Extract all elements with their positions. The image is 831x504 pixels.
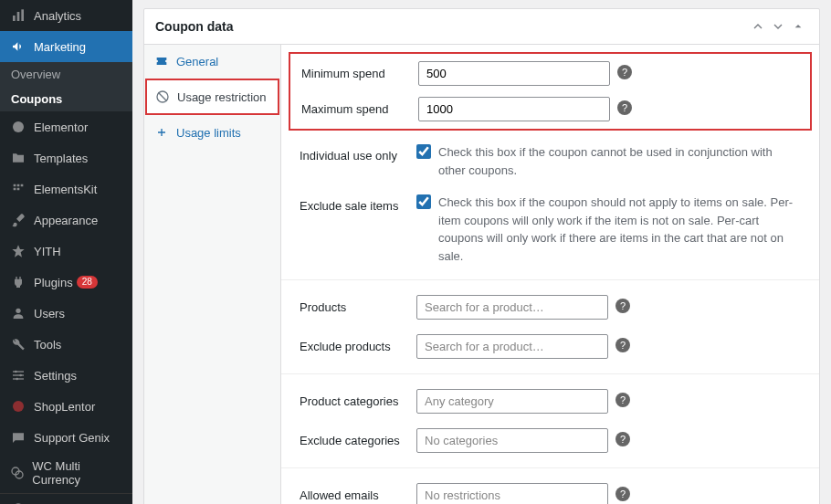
sidebar-item-marketing[interactable]: Marketing: [0, 31, 132, 62]
min-spend-label: Minimum spend: [301, 61, 418, 80]
individual-checkbox[interactable]: [416, 144, 431, 159]
product-categories-label: Product categories: [300, 389, 416, 408]
help-icon[interactable]: ?: [615, 487, 630, 501]
exclude-sale-checkbox[interactable]: [416, 194, 431, 209]
move-up-icon[interactable]: [748, 16, 768, 37]
divider: [281, 467, 819, 468]
sliders-icon: [9, 366, 27, 384]
support-icon: [9, 428, 27, 446]
megaphone-icon: [9, 37, 27, 56]
tab-label: General: [176, 55, 218, 68]
svg-point-11: [13, 401, 24, 412]
sidebar-item-plugins[interactable]: Plugins 28: [0, 267, 132, 298]
divider: [281, 279, 819, 280]
limits-icon: [153, 125, 170, 140]
help-icon[interactable]: ?: [617, 100, 632, 115]
sidebar-item-label: Templates: [34, 152, 88, 165]
sidebar-item-templates[interactable]: Templates: [0, 142, 132, 173]
sidebar-item-label: Appearance: [34, 214, 98, 227]
folder-icon: [9, 149, 27, 167]
toggle-panel-icon[interactable]: [788, 16, 808, 37]
allowed-emails-input[interactable]: [416, 483, 608, 504]
plug-icon: [9, 273, 27, 291]
sidebar-item-label: Users: [34, 307, 65, 320]
panel-header: Coupon data: [144, 9, 819, 45]
exclude-categories-label: Exclude categories: [300, 428, 416, 447]
exclude-categories-input[interactable]: [416, 428, 608, 453]
usage-restriction-form: Minimum spend ? Maximum spend ?: [281, 45, 819, 504]
sidebar-item-yith[interactable]: YITH: [0, 236, 132, 267]
help-icon[interactable]: ?: [615, 393, 630, 407]
svg-point-10: [16, 378, 18, 381]
sidebar-item-appearance[interactable]: Appearance: [0, 205, 132, 236]
sidebar-item-elementskit[interactable]: ElementsKit: [0, 173, 132, 205]
products-label: Products: [300, 295, 416, 314]
sidebar-item-tools[interactable]: Tools: [0, 329, 132, 360]
svg-rect-2: [21, 9, 24, 21]
help-icon[interactable]: ?: [617, 65, 632, 79]
submenu-coupons[interactable]: Coupons: [0, 87, 132, 111]
min-spend-input[interactable]: [418, 61, 610, 86]
panel-title: Coupon data: [155, 19, 748, 34]
wrench-icon: [9, 335, 27, 353]
coupon-tabs: General Usage restriction Usage limits: [144, 45, 281, 504]
tab-general[interactable]: General: [144, 45, 280, 78]
yith-icon: [9, 242, 27, 260]
products-input[interactable]: [416, 295, 608, 320]
sidebar-item-label: WC Multi Currency: [32, 459, 123, 487]
sidebar-item-label: ElementsKit: [34, 183, 97, 196]
admin-sidebar: Analytics Marketing Overview Coupons Ele…: [0, 0, 132, 504]
sidebar-item-elementor[interactable]: Elementor: [0, 111, 132, 142]
help-icon[interactable]: ?: [615, 338, 630, 352]
sidebar-item-users[interactable]: Users: [0, 298, 132, 329]
bar-chart-icon: [9, 6, 27, 25]
sidebar-item-label: Support Genix: [34, 431, 110, 445]
sidebar-item-label: ShopLentor: [34, 400, 95, 414]
move-down-icon[interactable]: [768, 16, 788, 37]
divider: [281, 373, 819, 374]
exclude-products-label: Exclude products: [300, 334, 416, 353]
svg-point-8: [15, 371, 17, 373]
svg-point-4: [16, 309, 20, 313]
individual-label: Individual use only: [300, 143, 416, 163]
sidebar-item-wc-multi-currency[interactable]: WC Multi Currency: [0, 453, 132, 493]
sidebar-item-analytics[interactable]: Analytics: [0, 0, 132, 31]
sidebar-item-label: Settings: [34, 369, 77, 383]
spend-highlight: Minimum spend ? Maximum spend ?: [289, 52, 812, 131]
sidebar-item-label: Plugins: [34, 276, 73, 289]
tab-usage-restriction[interactable]: Usage restriction: [145, 79, 279, 115]
shoplentor-icon: [9, 397, 27, 415]
svg-rect-6: [13, 374, 24, 375]
marketing-submenu: Overview Coupons: [0, 62, 132, 111]
exclude-sale-desc: Check this box if the coupon should not …: [438, 194, 801, 265]
product-categories-input[interactable]: [416, 389, 608, 414]
tab-usage-limits[interactable]: Usage limits: [144, 116, 280, 149]
collapse-menu[interactable]: Collapse menu: [0, 493, 132, 504]
exclude-sale-label: Exclude sale items: [300, 194, 416, 213]
svg-rect-0: [13, 16, 16, 21]
ticket-icon: [153, 54, 170, 68]
tab-label: Usage restriction: [177, 90, 267, 104]
sidebar-item-settings[interactable]: Settings: [0, 360, 132, 391]
sidebar-item-supportgenix[interactable]: Support Genix: [0, 422, 132, 453]
brush-icon: [9, 211, 27, 229]
tab-label: Usage limits: [176, 126, 241, 140]
submenu-overview[interactable]: Overview: [0, 62, 132, 87]
sidebar-item-shoplentor[interactable]: ShopLentor: [0, 391, 132, 422]
elementor-icon: [9, 118, 27, 136]
sidebar-item-label: Marketing: [34, 40, 86, 54]
collapse-icon: [9, 500, 27, 504]
svg-point-9: [19, 374, 22, 377]
block-icon: [154, 89, 171, 104]
help-icon[interactable]: ?: [615, 432, 630, 446]
user-icon: [9, 304, 27, 322]
update-badge: 28: [77, 276, 98, 289]
allowed-emails-label: Allowed emails: [300, 483, 416, 502]
max-spend-input[interactable]: [418, 97, 610, 121]
help-icon[interactable]: ?: [615, 299, 630, 313]
coupon-data-panel: Coupon data General Usage restriction: [143, 8, 820, 504]
sidebar-item-label: Tools: [34, 338, 61, 352]
exclude-products-input[interactable]: [416, 334, 608, 359]
svg-rect-1: [17, 12, 20, 21]
max-spend-label: Maximum spend: [301, 97, 418, 116]
